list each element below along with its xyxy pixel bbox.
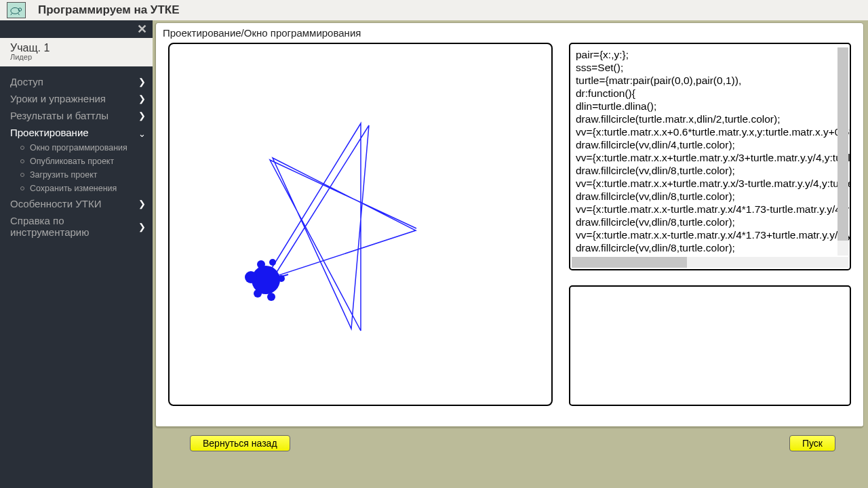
svg-point-10 bbox=[278, 275, 285, 282]
bullet-icon bbox=[20, 173, 24, 177]
svg-point-5 bbox=[245, 271, 257, 283]
header-bar: Программируем на УТКЕ bbox=[0, 0, 868, 20]
subitem-save[interactable]: Сохранить изменения bbox=[14, 182, 153, 195]
chevron-right-icon: ❯ bbox=[138, 77, 146, 87]
chevron-right-icon: ❯ bbox=[138, 110, 146, 121]
svg-point-7 bbox=[269, 259, 276, 266]
sidebar-item-label: Особенности УТКИ bbox=[10, 198, 101, 209]
svg-point-6 bbox=[257, 260, 265, 268]
svg-line-2 bbox=[11, 14, 12, 16]
sub-item-label: Окно программирования bbox=[30, 143, 127, 152]
svg-point-0 bbox=[11, 7, 20, 14]
sidebar-item-label: Уроки и упражнения bbox=[10, 93, 106, 104]
scroll-corner bbox=[837, 257, 848, 268]
sub-item-label: Опубликовать проект bbox=[30, 157, 114, 166]
canvas-svg bbox=[170, 44, 551, 405]
designing-submenu: Окно программирования Опубликовать проек… bbox=[0, 141, 153, 195]
turtle-logo-icon bbox=[9, 4, 24, 16]
bullet-icon bbox=[20, 146, 24, 150]
run-button[interactable]: Пуск bbox=[789, 435, 835, 451]
sidebar-item-lessons[interactable]: Уроки и упражнения ❯ bbox=[0, 90, 153, 107]
subitem-load[interactable]: Загрузить проект bbox=[14, 168, 153, 182]
app-title: Программируем на УТКЕ bbox=[38, 3, 180, 17]
app-logo bbox=[7, 2, 26, 18]
chevron-right-icon: ❯ bbox=[138, 222, 146, 232]
subitem-publish[interactable]: Опубликовать проект bbox=[14, 155, 153, 168]
sidebar: ✕ Учащ. 1 Лидер Доступ ❯ Уроки и упражне… bbox=[0, 20, 153, 488]
sidebar-item-features[interactable]: Особенности УТКИ ❯ bbox=[0, 195, 153, 212]
sidebar-item-help[interactable]: Справка по инструментарию ❯ bbox=[0, 212, 153, 241]
bullet-icon bbox=[20, 186, 24, 190]
output-console[interactable] bbox=[569, 285, 851, 406]
scrollbar-thumb[interactable] bbox=[572, 257, 687, 268]
sidebar-item-results[interactable]: Результаты и баттлы ❯ bbox=[0, 107, 153, 124]
user-role: Лидер bbox=[10, 53, 142, 61]
star-path bbox=[264, 123, 416, 331]
bottom-bar: Вернуться назад Пуск bbox=[155, 428, 864, 451]
chevron-right-icon: ❯ bbox=[138, 199, 146, 209]
sub-item-label: Сохранить изменения bbox=[30, 184, 117, 193]
scrollbar-thumb[interactable] bbox=[837, 47, 848, 241]
svg-line-3 bbox=[18, 14, 20, 16]
svg-point-8 bbox=[254, 289, 262, 298]
back-button[interactable]: Вернуться назад bbox=[190, 435, 290, 451]
scrollbar-horizontal[interactable] bbox=[572, 257, 837, 268]
subitem-prog-window[interactable]: Окно программирования bbox=[14, 141, 153, 155]
sub-item-label: Загрузить проект bbox=[30, 170, 98, 180]
bullet-icon bbox=[20, 159, 24, 163]
sidebar-item-designing[interactable]: Проектирование ⌄ bbox=[0, 124, 153, 141]
code-editor[interactable]: pair={x:,y:}; sss=Set(); turtle={matr:pa… bbox=[569, 43, 851, 270]
turtle-sprite bbox=[245, 259, 285, 301]
sidebar-item-label: Справка по инструментарию bbox=[10, 215, 112, 238]
chevron-down-icon: ⌄ bbox=[138, 129, 146, 139]
drawing-canvas[interactable] bbox=[168, 43, 553, 406]
design-panel: Проектирование/Окно программирования bbox=[155, 22, 864, 428]
sidebar-item-access[interactable]: Доступ ❯ bbox=[0, 73, 153, 90]
breadcrumb: Проектирование/Окно программирования bbox=[156, 23, 863, 43]
scrollbar-vertical[interactable] bbox=[837, 47, 848, 256]
user-block: Учащ. 1 Лидер bbox=[0, 38, 153, 66]
sidebar-item-label: Результаты и баттлы bbox=[10, 110, 108, 121]
sidebar-item-label: Доступ bbox=[10, 76, 43, 87]
close-icon[interactable]: ✕ bbox=[137, 23, 147, 35]
code-text[interactable]: pair={x:,y:}; sss=Set(); turtle={matr:pa… bbox=[570, 44, 850, 269]
main-area: Проектирование/Окно программирования bbox=[153, 20, 868, 488]
sidebar-item-label: Проектирование bbox=[10, 127, 89, 138]
chevron-right-icon: ❯ bbox=[138, 94, 146, 104]
svg-point-9 bbox=[267, 293, 275, 301]
